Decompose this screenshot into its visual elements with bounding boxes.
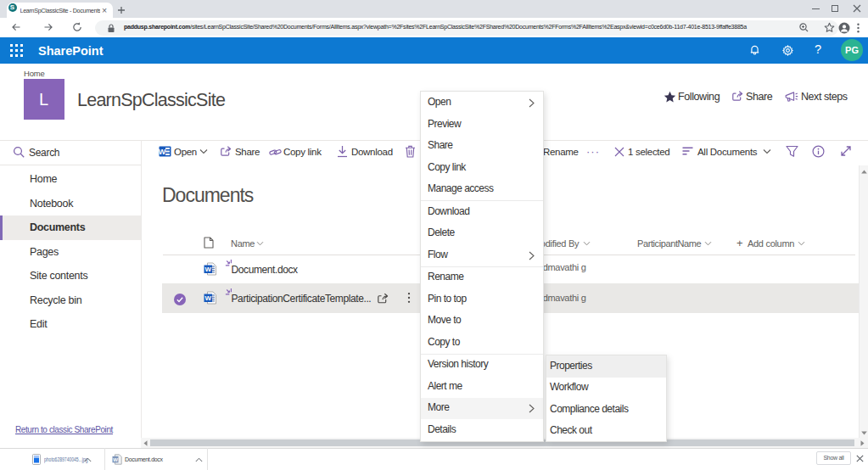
svg-text:W: W: [204, 266, 211, 273]
svg-text:W: W: [159, 148, 166, 156]
svg-text:W: W: [204, 294, 211, 302]
svg-text:W: W: [113, 456, 118, 462]
